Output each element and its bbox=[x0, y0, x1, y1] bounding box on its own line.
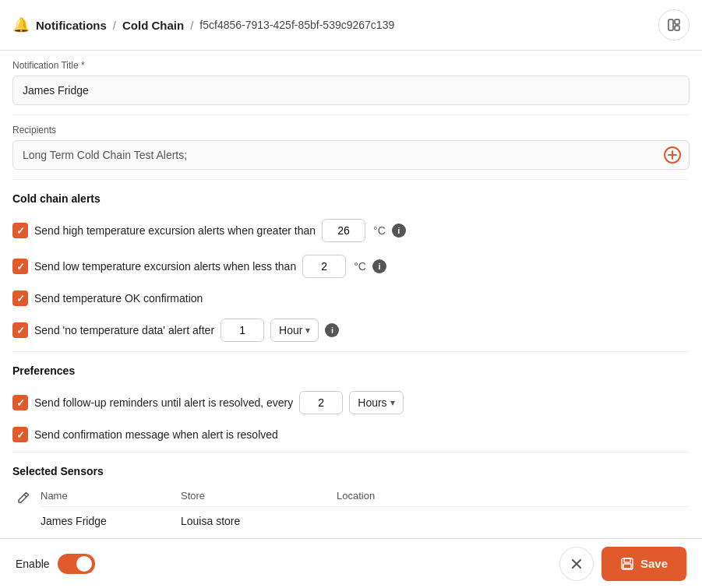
temp-ok-checkbox[interactable]: ✓ bbox=[12, 290, 28, 306]
table-header-row: Name Store Location bbox=[41, 485, 690, 507]
no-data-unit-chevron-icon: ▾ bbox=[305, 325, 310, 336]
bell-icon: 🔔 bbox=[12, 16, 30, 33]
action-buttons: Save bbox=[559, 547, 686, 581]
low-temp-label: Send low temperature excursion alerts wh… bbox=[34, 260, 296, 273]
no-data-unit-dropdown[interactable]: Hour ▾ bbox=[270, 319, 319, 342]
add-recipient-button[interactable] bbox=[663, 146, 682, 164]
cold-chain-alerts-title: Cold chain alerts bbox=[12, 192, 690, 205]
no-data-check-mark: ✓ bbox=[16, 325, 25, 336]
follow-up-row: ✓ Send follow-up reminders until alert i… bbox=[12, 385, 690, 421]
save-disk-icon bbox=[620, 557, 634, 571]
no-data-checkbox[interactable]: ✓ bbox=[12, 322, 28, 338]
main-content: Notification Title * Recipients Cold cha… bbox=[0, 51, 702, 588]
breadcrumb-sep-1: / bbox=[113, 19, 116, 32]
notification-title-group: Notification Title * bbox=[12, 51, 690, 115]
top-bar: 🔔 Notifications / Cold Chain / f5cf4856-… bbox=[0, 0, 702, 51]
high-temp-label: Send high temperature excursion alerts w… bbox=[34, 224, 316, 237]
selected-sensors-title: Selected Sensors bbox=[12, 465, 104, 477]
recipients-input[interactable] bbox=[12, 140, 690, 170]
svg-rect-10 bbox=[624, 558, 630, 562]
recipients-group: Recipients bbox=[12, 115, 690, 180]
follow-up-value-input[interactable] bbox=[299, 391, 343, 414]
follow-up-label: Send follow-up reminders until alert is … bbox=[34, 396, 293, 409]
high-temp-value-input[interactable] bbox=[322, 219, 365, 242]
enable-label: Enable bbox=[16, 558, 50, 570]
sensors-table: Name Store Location James Fridge Louisa … bbox=[41, 485, 690, 535]
confirmation-checkbox[interactable]: ✓ bbox=[12, 427, 28, 442]
confirmation-check-mark: ✓ bbox=[16, 429, 25, 441]
svg-rect-11 bbox=[623, 564, 631, 569]
preferences-section: Preferences ✓ Send follow-up reminders u… bbox=[12, 364, 690, 449]
sensors-label-row: Selected Sensors bbox=[12, 465, 104, 477]
selected-sensors-header: Selected Sensors bbox=[12, 465, 690, 477]
follow-up-checkbox[interactable]: ✓ bbox=[12, 395, 28, 410]
table-row: James Fridge Louisa store bbox=[41, 507, 690, 535]
no-data-label: Send 'no temperature data' alert after bbox=[34, 324, 214, 336]
breadcrumb-uuid: f5cf4856-7913-425f-85bf-539c9267c139 bbox=[199, 19, 394, 31]
breadcrumb: 🔔 Notifications / Cold Chain / f5cf4856-… bbox=[12, 16, 394, 33]
no-data-alert-row: ✓ Send 'no temperature data' alert after… bbox=[12, 312, 690, 348]
confirmation-label: Send confirmation message when alert is … bbox=[34, 428, 278, 441]
temp-ok-alert-row: ✓ Send temperature OK confirmation bbox=[12, 284, 690, 312]
selected-sensors-section: Selected Sensors Name Store Location Jam… bbox=[12, 465, 690, 535]
high-temp-info-icon[interactable]: i bbox=[392, 224, 406, 238]
svg-rect-2 bbox=[675, 26, 679, 30]
enable-toggle[interactable] bbox=[58, 554, 95, 574]
low-temp-unit: °C bbox=[354, 260, 366, 273]
bottom-bar: Enable Save bbox=[0, 538, 702, 588]
row-store: Louisa store bbox=[181, 515, 337, 527]
high-temp-checkbox[interactable]: ✓ bbox=[12, 223, 28, 238]
low-temp-checkbox[interactable]: ✓ bbox=[12, 259, 28, 274]
breadcrumb-sep-2: / bbox=[190, 19, 193, 32]
no-data-info-icon[interactable]: i bbox=[325, 323, 339, 337]
temp-ok-label: Send temperature OK confirmation bbox=[34, 292, 203, 305]
recipients-label: Recipients bbox=[12, 125, 690, 136]
svg-rect-1 bbox=[675, 19, 679, 24]
low-temp-info-icon[interactable]: i bbox=[372, 259, 386, 273]
header-location: Location bbox=[337, 490, 690, 502]
high-temp-check-mark: ✓ bbox=[16, 225, 25, 237]
header-name: Name bbox=[41, 490, 181, 502]
follow-up-unit-chevron-icon: ▾ bbox=[390, 397, 395, 408]
notification-title-input[interactable] bbox=[12, 76, 690, 105]
no-data-value-input[interactable] bbox=[220, 319, 264, 342]
no-data-unit-label: Hour bbox=[279, 324, 302, 336]
layout-icon-button[interactable] bbox=[658, 9, 690, 40]
follow-up-check-mark: ✓ bbox=[16, 397, 25, 409]
svg-line-6 bbox=[24, 495, 26, 497]
row-name: James Fridge bbox=[41, 515, 181, 527]
low-temp-value-input[interactable] bbox=[302, 255, 346, 278]
cancel-button[interactable] bbox=[559, 547, 594, 581]
temp-ok-check-mark: ✓ bbox=[16, 293, 25, 305]
save-button[interactable]: Save bbox=[601, 547, 686, 581]
sensors-table-wrapper: Name Store Location James Fridge Louisa … bbox=[12, 485, 690, 535]
high-temp-alert-row: ✓ Send high temperature excursion alerts… bbox=[12, 213, 690, 248]
notification-title-label: Notification Title * bbox=[12, 60, 690, 71]
breadcrumb-notifications[interactable]: Notifications bbox=[36, 19, 107, 32]
confirmation-row: ✓ Send confirmation message when alert i… bbox=[12, 421, 690, 449]
svg-rect-0 bbox=[668, 19, 673, 30]
low-temp-alert-row: ✓ Send low temperature excursion alerts … bbox=[12, 248, 690, 284]
low-temp-check-mark: ✓ bbox=[16, 261, 25, 273]
cold-chain-alerts-section: Cold chain alerts ✓ Send high temperatur… bbox=[12, 192, 690, 348]
save-label: Save bbox=[640, 557, 668, 570]
breadcrumb-cold-chain[interactable]: Cold Chain bbox=[122, 19, 184, 32]
recipients-wrapper bbox=[12, 140, 690, 170]
edit-sensors-button[interactable] bbox=[12, 487, 34, 509]
toggle-knob bbox=[76, 556, 92, 572]
row-location bbox=[337, 515, 690, 527]
follow-up-unit-label: Hours bbox=[358, 396, 386, 409]
preferences-title: Preferences bbox=[12, 364, 690, 377]
header-store: Store bbox=[181, 490, 337, 502]
follow-up-unit-dropdown[interactable]: Hours ▾ bbox=[349, 391, 403, 414]
high-temp-unit: °C bbox=[373, 224, 386, 237]
enable-group: Enable bbox=[16, 554, 95, 574]
